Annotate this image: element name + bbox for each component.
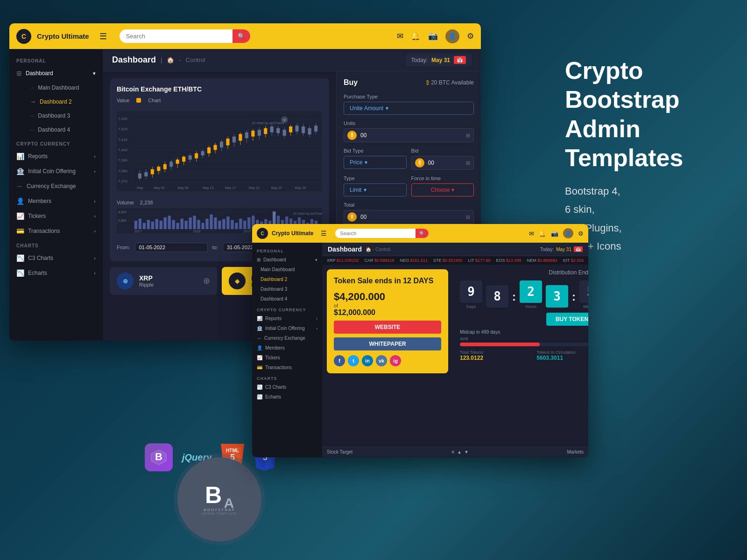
sidebar-item-dashboard3[interactable]: ··· Dashboard 3: [23, 109, 103, 123]
sidebar-item-label: Reports: [28, 153, 48, 160]
hamburger-icon[interactable]: ☰: [99, 31, 107, 42]
second-sidebar-c3[interactable]: 📉 C3 Charts: [252, 382, 322, 392]
second-sidebar-tickers[interactable]: 📈 Tickers: [252, 353, 322, 363]
svg-rect-94: [155, 219, 158, 229]
sidebar-item-reports[interactable]: 📊 Reports ›: [9, 149, 103, 164]
xrp-card[interactable]: ⊕ XRP Ripple ⊕: [110, 267, 217, 295]
second-settings-icon[interactable]: ⚙: [578, 230, 584, 237]
second-sidebar-echarts[interactable]: 📉 Echarts: [252, 392, 322, 402]
ticker-bar: XRP $11.039232 CAR $0.588418 NEO $161.51…: [322, 256, 588, 265]
svg-rect-107: [210, 215, 212, 229]
purchase-type-label: Purchase Type: [344, 94, 474, 99]
sidebar-item-members[interactable]: 👤 Members ›: [9, 194, 103, 209]
breadcrumb-link: Control: [186, 56, 205, 63]
vk-icon[interactable]: vk: [376, 355, 387, 366]
units-action-icon[interactable]: ⊞: [466, 133, 470, 139]
second-calendar-button[interactable]: 📅: [574, 246, 583, 252]
twitter-icon[interactable]: t: [348, 355, 359, 366]
total-input[interactable]: [344, 210, 474, 224]
bid-action-icon[interactable]: ⊞: [466, 160, 470, 166]
svg-text:7,370: 7,370: [118, 179, 128, 183]
buy-title: Buy: [344, 78, 358, 87]
type-arrow: ▾: [364, 187, 366, 193]
second-sidebar-main-dashboard[interactable]: Main Dashboard: [252, 265, 322, 274]
second-breadcrumb: 🏠 - Control: [366, 247, 390, 252]
second-avatar[interactable]: 👤: [563, 228, 573, 238]
force-dropdown[interactable]: Choose ▾: [411, 183, 474, 196]
total-action-icon[interactable]: ⊞: [466, 214, 470, 220]
svg-rect-36: [201, 151, 204, 155]
ticker-lit: LIT $177.80: [468, 258, 491, 263]
ss-c3-label: C3 Charts: [265, 385, 286, 390]
countdown-minutes: 5 Minutes: [579, 280, 588, 309]
purchase-type-dropdown[interactable]: Unite Amount ▾: [344, 102, 474, 115]
bid-group: Bid ₿ ⊞: [411, 148, 474, 170]
second-sidebar-dashboard[interactable]: ⊞ Dashboard ▾: [252, 255, 322, 265]
sidebar-item-transactions[interactable]: 💳 Transactions ›: [9, 224, 103, 238]
website-button[interactable]: WEBSITE: [334, 321, 441, 334]
second-sidebar-members[interactable]: 👤 Members: [252, 343, 322, 353]
second-sidebar-dashboard4[interactable]: Dashboard 4: [252, 294, 322, 304]
stock-expand-icon[interactable]: ▼: [464, 449, 469, 455]
svg-rect-20: [151, 169, 154, 175]
type-group: Type Limit ▾: [344, 175, 407, 196]
mail-icon[interactable]: ✉: [397, 31, 403, 41]
settings-icon[interactable]: ⚙: [467, 31, 474, 41]
svg-rect-58: [270, 126, 274, 133]
second-sidebar-reports[interactable]: 📊 Reports ›: [252, 314, 322, 323]
xrp-add-icon[interactable]: ⊕: [203, 276, 210, 286]
topbar: C Crypto Ultimate ☰ 🔍 ✉ 🔔 📷 👤 ⚙: [9, 23, 481, 49]
members-icon: 👤: [16, 197, 24, 205]
buy-tokens-button[interactable]: BUY TOKENS: [546, 313, 588, 326]
sidebar-item-dashboard4[interactable]: ··· Dashboard 4: [23, 123, 103, 137]
second-search-input[interactable]: [335, 229, 429, 238]
sidebar-item-echarts[interactable]: 📉 Echarts ›: [9, 266, 103, 280]
sidebar-item-label: Dashboard 2: [40, 98, 72, 105]
ss-reports-icon: 📊: [257, 316, 262, 321]
second-bell-icon[interactable]: 🔔: [539, 230, 546, 237]
volume-label: Volume: [117, 200, 134, 205]
camera-icon[interactable]: 📷: [428, 31, 438, 41]
search-input[interactable]: [120, 29, 250, 43]
type-dropdown[interactable]: Limit ▾: [344, 183, 407, 196]
sidebar-item-tickers[interactable]: 📈 Tickers ›: [9, 209, 103, 224]
sidebar-item-c3-charts[interactable]: 📉 C3 Charts ›: [9, 251, 103, 266]
whitepaper-button[interactable]: WHITEPAPER: [334, 337, 441, 350]
second-sidebar-transactions[interactable]: 💳 Transactions: [252, 363, 322, 372]
second-sidebar-ico[interactable]: 🏦 Initial Coin Offering ›: [252, 323, 322, 333]
second-sidebar-exchange[interactable]: ↔ Currency Exchange: [252, 333, 322, 343]
svg-rect-106: [205, 219, 208, 229]
bid-type-dropdown[interactable]: Price ▾: [344, 156, 407, 169]
avatar[interactable]: 👤: [445, 29, 459, 43]
instagram-icon[interactable]: ig: [390, 355, 401, 366]
sidebar-section-charts: CHARTS: [9, 238, 103, 251]
from-label: From:: [117, 245, 130, 250]
svg-rect-54: [258, 130, 261, 136]
ss-exchange-label: Currency Exchange: [264, 336, 305, 341]
facebook-icon[interactable]: f: [334, 355, 345, 366]
second-sidebar-dashboard3[interactable]: Dashboard 3: [252, 284, 322, 294]
second-mail-icon[interactable]: ✉: [529, 230, 534, 237]
sidebar-item-dashboard2[interactable]: → Dashboard 2: [23, 95, 103, 109]
bell-icon[interactable]: 🔔: [411, 31, 421, 41]
bootstrap-logo: B: [145, 443, 173, 471]
second-search-button[interactable]: 🔍: [416, 229, 429, 238]
svg-rect-92: [147, 220, 150, 229]
second-sidebar-dashboard2[interactable]: Dashboard 2: [252, 274, 322, 284]
second-hamburger-icon[interactable]: ☰: [321, 230, 327, 237]
units-input[interactable]: [344, 128, 474, 142]
from-date-input[interactable]: [135, 243, 208, 252]
sidebar-item-ico[interactable]: 🏦 Initial Coin Offering ›: [9, 164, 103, 179]
second-camera-icon[interactable]: 📷: [551, 230, 558, 237]
search-button[interactable]: 🔍: [233, 29, 250, 43]
svg-rect-102: [189, 217, 191, 229]
countdown-sep1: :: [512, 290, 516, 309]
sidebar-item-dashboard[interactable]: ⊞ Dashboard ▾: [9, 66, 103, 81]
sidebar-item-currency-exchange[interactable]: ↔ Currency Exchange: [9, 179, 103, 194]
transactions-icon: 💳: [16, 227, 24, 235]
stock-close-icon[interactable]: ✕: [451, 449, 455, 455]
calendar-button[interactable]: 📅: [454, 56, 466, 64]
stock-min-icon[interactable]: ▲: [457, 449, 462, 455]
linkedin-icon[interactable]: in: [362, 355, 373, 366]
sidebar-item-main-dashboard[interactable]: ··· Main Dashboard: [23, 81, 103, 95]
